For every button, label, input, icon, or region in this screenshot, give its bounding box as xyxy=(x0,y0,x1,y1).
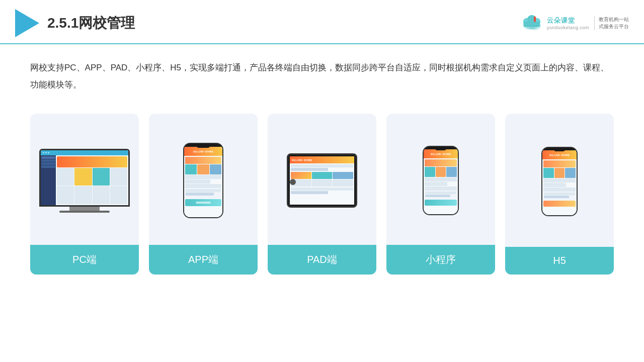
miniapp-phone-mockup: 职达人的第一堂均课堂 xyxy=(423,146,459,215)
card-pad-image: 职达人的第一堂均课堂 xyxy=(268,114,376,245)
svg-rect-10 xyxy=(524,22,540,26)
h5-screen: 职达人的第一堂均课堂 xyxy=(542,150,577,215)
description-text: 网校支持PC、APP、PAD、小程序、H5，实现多端打通，产品各终端自由切换，数… xyxy=(0,44,644,99)
card-pc: PC端 xyxy=(30,114,139,275)
card-app-image: 职达人的第一堂均课堂 xyxy=(149,114,258,245)
card-h5-image: 职达人的第一堂均课堂 xyxy=(505,114,614,247)
brand-domain-text: yunduoketang.com xyxy=(547,25,589,30)
app-phone-screen: 职达人的第一堂均课堂 xyxy=(184,147,222,217)
logo-triangle-icon xyxy=(15,9,39,37)
h5-phone-mockup: 职达人的第一堂均课堂 xyxy=(541,147,578,216)
h5-phone-body: 职达人的第一堂均课堂 xyxy=(541,147,578,216)
card-pc-image xyxy=(30,114,139,245)
miniapp-phone-body: 职达人的第一堂均课堂 xyxy=(423,146,459,215)
h5-notch xyxy=(554,149,565,151)
card-pad-label: PAD端 xyxy=(268,245,376,275)
card-pc-label: PC端 xyxy=(30,245,139,275)
card-app: 职达人的第一堂均课堂 xyxy=(149,114,258,275)
cards-container: PC端 职达人的第一堂均课堂 xyxy=(0,99,644,285)
brand-text: 云朵课堂 yunduoketang.com xyxy=(547,16,589,30)
pc-screen xyxy=(39,149,130,207)
pc-base xyxy=(59,211,110,213)
page-title: 2.5.1网校管理 xyxy=(47,14,135,33)
card-miniapp-image: 职达人的第一堂均课堂 xyxy=(386,114,495,245)
brand-name-text: 云朵课堂 xyxy=(547,16,575,25)
brand-slogan-line1: 教育机构一站 xyxy=(599,16,629,23)
header: 2.5.1网校管理 xyxy=(0,0,644,44)
card-miniapp: 职达人的第一堂均课堂 xyxy=(386,114,495,275)
pad-mockup: 职达人的第一堂均课堂 xyxy=(287,153,357,208)
cloud-icon xyxy=(520,14,544,33)
card-app-label: APP端 xyxy=(149,245,258,275)
pad-home-button xyxy=(290,179,296,185)
brand-slogan: 教育机构一站 式服务云平台 xyxy=(594,16,629,30)
header-right: 云朵课堂 yunduoketang.com 教育机构一站 式服务云平台 xyxy=(520,14,629,33)
phone-notch xyxy=(197,145,210,148)
miniapp-notch xyxy=(435,148,446,150)
pad-screen: 职达人的第一堂均课堂 xyxy=(290,156,354,205)
card-miniapp-label: 小程序 xyxy=(386,245,495,275)
app-phone-body: 职达人的第一堂均课堂 xyxy=(183,143,223,218)
header-left: 2.5.1网校管理 xyxy=(15,9,135,37)
pad-body: 职达人的第一堂均课堂 xyxy=(287,153,357,208)
miniapp-screen: 职达人的第一堂均课堂 xyxy=(424,149,458,214)
pc-mockup xyxy=(39,149,130,213)
card-pad: 职达人的第一堂均课堂 xyxy=(268,114,376,275)
brand-slogan-line2: 式服务云平台 xyxy=(599,23,629,30)
app-phone-mockup: 职达人的第一堂均课堂 xyxy=(183,143,223,218)
brand-logo: 云朵课堂 yunduoketang.com 教育机构一站 式服务云平台 xyxy=(520,14,629,33)
card-h5-label: H5 xyxy=(505,247,614,275)
pc-stand xyxy=(69,207,100,211)
card-h5: 职达人的第一堂均课堂 xyxy=(505,114,614,275)
